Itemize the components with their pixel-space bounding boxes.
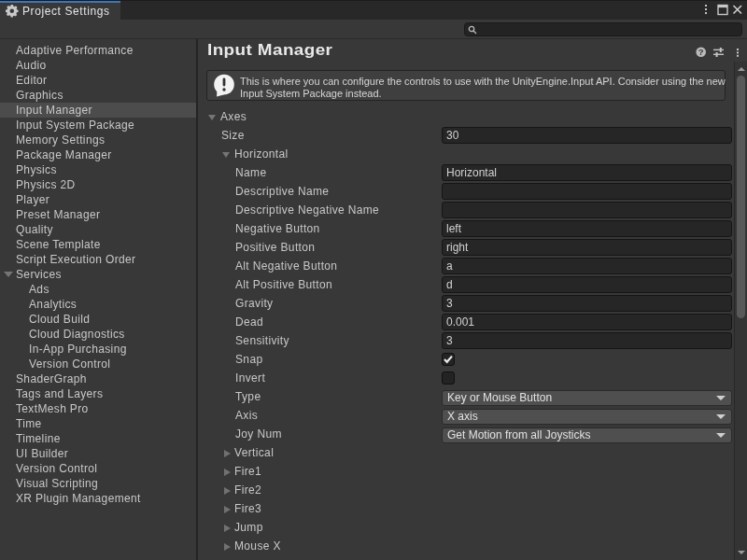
svg-text:?: ? xyxy=(698,47,704,57)
